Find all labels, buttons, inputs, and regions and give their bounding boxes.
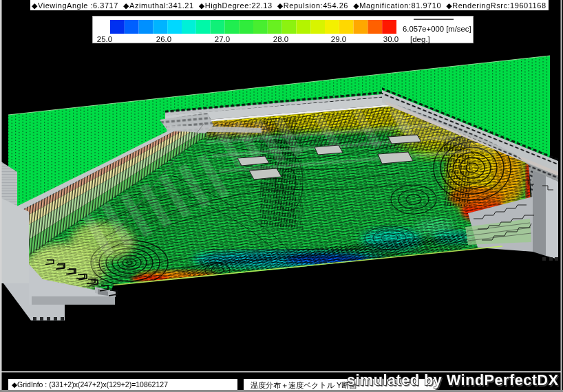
- svg-text:29.0: 29.0: [331, 35, 346, 43]
- svg-text:温度分布＋速度ベクトル Y断面: 温度分布＋速度ベクトル Y断面: [251, 381, 357, 389]
- svg-text:◆GridInfo : (331+2)x(247+2)x(1: ◆GridInfo : (331+2)x(247+2)x(129+2)=1086…: [12, 380, 168, 389]
- svg-text:26.0: 26.0: [156, 35, 171, 43]
- svg-text:27.0: 27.0: [215, 35, 230, 43]
- svg-text:[deg.]: [deg.]: [410, 35, 430, 43]
- svg-text:25.0: 25.0: [97, 35, 112, 43]
- svg-text:simulated by WindPerfectDX: simulated by WindPerfectDX: [347, 372, 559, 389]
- svg-text:30.0: 30.0: [383, 35, 399, 43]
- svg-text:28.0: 28.0: [273, 35, 288, 43]
- svg-text:6.057e+000 [m/sec]: 6.057e+000 [m/sec]: [403, 25, 471, 33]
- svg-text:◆ViewingAngle :6.3717 ◆Azimut: ◆ViewingAngle :6.3717 ◆Azimuthal:341.21 …: [32, 1, 546, 10]
